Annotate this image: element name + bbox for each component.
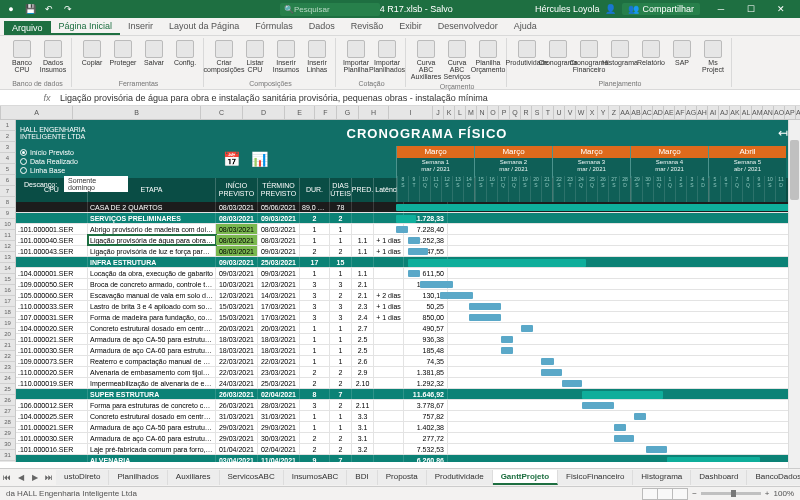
cell-inicio[interactable]: 18/03/2021 [216,345,258,355]
cell-termino[interactable]: 31/03/2021 [258,411,300,421]
row-header[interactable]: 27 [0,406,16,417]
cell-etapa[interactable]: Ligação provisória de luz e força para o… [88,246,216,256]
cell-dur[interactable]: 2 [300,378,330,388]
row-header[interactable]: 11 [0,230,16,241]
data-row[interactable]: .110.000020.SERAlvenaria de embasamento … [16,367,800,378]
minimize-icon[interactable]: ─ [706,0,736,18]
column-header[interactable]: N [477,106,488,119]
cell-cpu[interactable]: .109.000073.SER [16,356,88,366]
data-row[interactable]: .107.000031.SERForma de madeira para fun… [16,312,800,323]
row-header[interactable]: 5 [0,164,16,175]
column-header[interactable]: AP [785,106,796,119]
row-header[interactable]: 10 [0,219,16,230]
column-header[interactable]: AB [631,106,642,119]
save-icon[interactable]: 💾 [23,2,37,16]
data-row[interactable]: .101.000043.SERLigação provisória de luz… [16,246,800,257]
column-header[interactable]: AC [642,106,653,119]
user-avatar-icon[interactable]: 👤 [605,4,616,14]
data-row[interactable]: ALVENARIA03/04/202111/04/2021976.260,86 [16,455,800,462]
cell-dur[interactable]: 1 [300,268,330,278]
cell-dias[interactable]: 2 [330,444,352,454]
data-row[interactable]: .110.000019.SERImpermeabilização de alve… [16,378,800,389]
row-header[interactable]: 26 [0,395,16,406]
row-header[interactable]: 13 [0,252,16,263]
row-header[interactable]: 25 [0,384,16,395]
row-header[interactable]: 19 [0,318,16,329]
cell-termino[interactable]: 09/03/2021 [258,268,300,278]
row-header[interactable]: 1 [0,120,16,131]
cell-cpu[interactable]: .101.000043.SER [16,246,88,256]
search-box[interactable]: 🔍 Pesquisar [280,3,380,16]
cell-etapa[interactable]: SUPER ESTRUTURA [88,389,216,399]
cell-pred[interactable]: 3.2 [352,444,374,454]
cell-dias[interactable]: 1 [330,323,352,333]
cell-dur[interactable]: 1 [300,235,330,245]
row-header[interactable]: 17 [0,296,16,307]
zoom-level[interactable]: 100% [774,489,794,498]
cell-dur[interactable]: 2 [300,367,330,377]
share-button[interactable]: 👥 Compartilhar [622,3,700,15]
cell-pred[interactable]: 2.5 [352,334,374,344]
cell-inicio[interactable]: 12/03/2021 [216,290,258,300]
cell-cpu[interactable]: .107.000031.SER [16,312,88,322]
sheet-tab[interactable]: BancoDados [747,470,800,485]
cell-inicio[interactable]: 29/03/2021 [216,433,258,443]
column-header[interactable]: F [315,106,337,119]
cell-pred[interactable] [352,202,374,212]
column-header[interactable]: AK [730,106,741,119]
ribbon-button[interactable]: Curva ABC Auxiliares [412,38,440,82]
cell-etapa[interactable]: Reaterro e compactação manual de vala po… [88,356,216,366]
cell-inicio[interactable]: 26/03/2021 [216,389,258,399]
cell-inicio[interactable]: 08/03/2021 [216,213,258,223]
cell-inicio[interactable]: 01/04/2021 [216,444,258,454]
ribbon-button[interactable]: Inserir Insumos [272,38,300,75]
sheet-tab[interactable]: ServicosABC [220,470,284,485]
ribbon-button[interactable]: SAP [668,38,696,68]
ribbon-button[interactable]: Cronograma [544,38,572,68]
cell-dur[interactable]: 1 [300,411,330,421]
vertical-scrollbar[interactable] [788,120,800,468]
cell-dur[interactable]: 2 [300,433,330,443]
cell-cpu[interactable]: .101.000040.SER [16,235,88,245]
column-header[interactable]: AG [686,106,697,119]
cell-etapa[interactable]: Abrigo provisório de madeira com dois pa… [88,224,216,234]
cell-etapa[interactable]: Armadura de aço CA-50 para estruturas de… [88,334,216,344]
column-header[interactable]: G [337,106,359,119]
row-header[interactable]: 14 [0,263,16,274]
cell-etapa[interactable]: Forma para estruturas de concreto com ch… [88,400,216,410]
row-header[interactable]: 15 [0,274,16,285]
sheet-nav-first-icon[interactable]: ⏮ [0,473,14,482]
ribbon-button[interactable]: Importar Planilhados [373,38,401,75]
redo-icon[interactable]: ↷ [61,2,75,16]
row-header[interactable]: 31 [0,450,16,461]
cell-pred[interactable]: 2.1 [352,290,374,300]
cell-pred[interactable]: 2.10 [352,378,374,388]
column-header[interactable]: J [433,106,444,119]
cell-dur[interactable]: 3 [300,290,330,300]
column-header[interactable]: M [466,106,477,119]
sheet-tab[interactable]: Proposta [378,470,427,485]
maximize-icon[interactable]: ☐ [736,0,766,18]
ribbon-button[interactable]: Cronograma Financeiro [575,38,603,75]
data-row[interactable]: .104.000025.SERConcreto estrutural dosad… [16,411,800,422]
cell-inicio[interactable]: 09/03/2021 [216,268,258,278]
cell-dias[interactable]: 3 [330,301,352,311]
cell-dur[interactable]: 1 [300,323,330,333]
cell-dur[interactable]: 1 [300,224,330,234]
cell-inicio[interactable]: 15/03/2021 [216,301,258,311]
cell-pred[interactable] [352,389,374,399]
ribbon-button[interactable]: Salvar [140,38,168,68]
cell-inicio[interactable]: 24/03/2021 [216,378,258,388]
cell-termino[interactable]: 17/03/2021 [258,301,300,311]
row-header[interactable]: 20 [0,329,16,340]
descanso-select[interactable]: Somente domingo [64,176,128,192]
column-header[interactable]: AQ [796,106,800,119]
cell-dias[interactable]: 2 [330,400,352,410]
cell-termino[interactable]: 08/03/2021 [258,235,300,245]
cell-cpu[interactable]: .106.000012.SER [16,400,88,410]
cell-termino[interactable]: 22/03/2021 [258,356,300,366]
cell-dias[interactable]: 1 [330,235,352,245]
data-row[interactable]: .109.000050.SERBroca de concreto armado,… [16,279,800,290]
column-header[interactable]: AH [697,106,708,119]
column-header[interactable]: X [587,106,598,119]
